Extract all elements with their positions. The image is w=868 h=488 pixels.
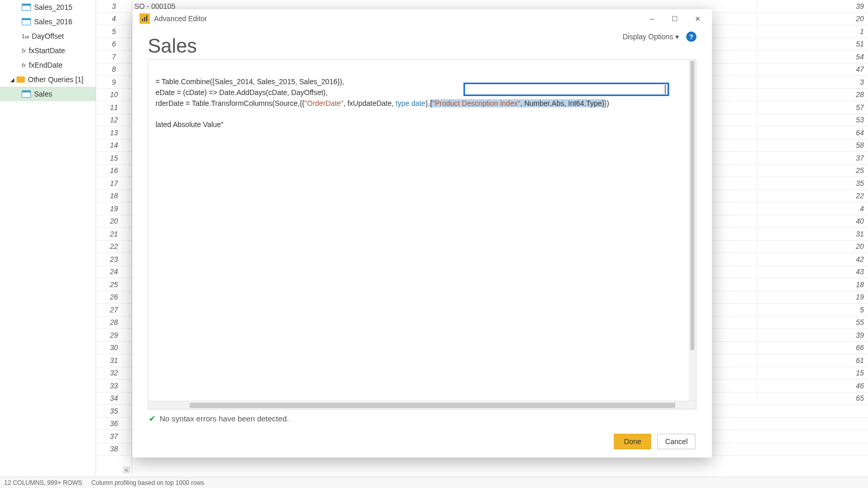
row-number[interactable]: 34 <box>96 392 132 405</box>
value-cell[interactable]: 25 <box>756 165 868 178</box>
row-number[interactable]: 15 <box>96 152 132 165</box>
value-cell[interactable]: 42 <box>756 253 868 266</box>
row-number[interactable]: 9 <box>96 76 132 89</box>
row-number[interactable]: 32 <box>96 367 132 380</box>
horizontal-scrollbar[interactable] <box>148 401 696 409</box>
dialog-titlebar[interactable]: Advanced Editor ─ ☐ ✕ <box>132 9 712 28</box>
value-cell[interactable]: 40 <box>756 215 868 228</box>
row-number[interactable]: 3 <box>96 0 132 13</box>
close-button[interactable]: ✕ <box>686 10 709 27</box>
code-editor[interactable]: = Table.Combine({Sales_2014, Sales_2015,… <box>148 59 696 410</box>
query-name-heading: Sales <box>148 35 696 57</box>
row-number[interactable]: 30 <box>96 342 132 355</box>
value-cell[interactable]: 39 <box>756 0 868 13</box>
value-cell[interactable]: 57 <box>756 101 868 114</box>
row-number[interactable]: 24 <box>96 266 132 279</box>
row-number[interactable]: 8 <box>96 64 132 76</box>
maximize-button[interactable]: ☐ <box>663 10 686 27</box>
check-icon: ✔ <box>149 414 156 423</box>
value-cell[interactable]: 58 <box>756 139 868 152</box>
syntax-message: No syntax errors have been detected. <box>160 414 289 423</box>
row-number[interactable]: 16 <box>96 165 132 178</box>
value-cell[interactable]: 51 <box>756 38 868 51</box>
row-number[interactable]: 12 <box>96 114 132 127</box>
value-cell[interactable]: 39 <box>756 329 868 342</box>
value-cell[interactable]: 20 <box>756 241 868 254</box>
row-number[interactable]: 37 <box>96 430 132 443</box>
query-item-selected[interactable]: Sales <box>0 87 96 101</box>
query-item[interactable]: fxEndDate <box>0 58 96 72</box>
row-number[interactable]: 20 <box>96 215 132 228</box>
value-cell[interactable]: 3 <box>756 76 868 89</box>
query-item[interactable]: fxStartDate <box>0 43 96 58</box>
value-cell[interactable]: 1 <box>756 25 868 38</box>
value-cell[interactable]: 20 <box>756 13 868 26</box>
group-label: Other Queries [1] <box>28 75 83 84</box>
row-number[interactable]: 10 <box>96 89 132 102</box>
row-number[interactable]: 19 <box>96 202 132 215</box>
value-cell[interactable]: 5 <box>756 304 868 317</box>
scroll-left-button[interactable]: < <box>123 466 130 474</box>
query-item[interactable]: Sales_2015 <box>0 0 96 14</box>
status-bar: 12 COLUMNS, 999+ ROWS Column profiling b… <box>0 477 868 488</box>
value-cell[interactable]: 31 <box>756 228 868 241</box>
display-options-dropdown[interactable]: Display Options ▾ <box>623 33 679 41</box>
row-number[interactable]: 7 <box>96 51 132 64</box>
row-number[interactable]: 25 <box>96 278 132 291</box>
row-number[interactable]: 36 <box>96 418 132 431</box>
row-number[interactable]: 35 <box>96 405 132 418</box>
row-number[interactable]: 22 <box>96 241 132 254</box>
row-number[interactable]: 21 <box>96 228 132 241</box>
minimize-button[interactable]: ─ <box>641 10 663 27</box>
row-number[interactable]: 23 <box>96 253 132 266</box>
cancel-button[interactable]: Cancel <box>657 434 695 449</box>
value-cell[interactable]: 4 <box>756 202 868 215</box>
value-cell[interactable]: 61 <box>756 354 868 367</box>
value-cell[interactable]: 22 <box>756 190 868 203</box>
vertical-scrollbar[interactable] <box>689 60 696 401</box>
row-number[interactable]: 11 <box>96 101 132 114</box>
value-cell[interactable]: 46 <box>756 380 868 392</box>
selection-highlight <box>463 83 669 96</box>
value-cell[interactable]: 54 <box>756 51 868 64</box>
svg-rect-0 <box>142 19 143 21</box>
row-number[interactable]: 33 <box>96 380 132 392</box>
value-cell[interactable]: 53 <box>756 114 868 127</box>
row-number[interactable]: 38 <box>96 443 132 456</box>
folder-icon <box>17 76 25 83</box>
row-number[interactable]: 4 <box>96 13 132 26</box>
value-cell[interactable]: 18 <box>756 278 868 291</box>
value-cell[interactable]: 64 <box>756 127 868 139</box>
dialog-title: Advanced Editor <box>154 14 207 23</box>
value-cell[interactable]: 47 <box>756 64 868 76</box>
advanced-editor-dialog: Advanced Editor ─ ☐ ✕ Sales Display Opti… <box>132 9 712 458</box>
query-group[interactable]: ◢ Other Queries [1] <box>0 72 96 87</box>
row-number[interactable]: 26 <box>96 291 132 304</box>
row-number[interactable]: 28 <box>96 317 132 329</box>
query-item[interactable]: Sales_2016 <box>0 14 96 29</box>
row-number[interactable]: 18 <box>96 190 132 203</box>
row-number[interactable]: 6 <box>96 38 132 51</box>
powerbi-icon <box>140 13 150 24</box>
value-cell[interactable]: 19 <box>756 291 868 304</box>
value-cell[interactable]: 43 <box>756 266 868 279</box>
row-number[interactable]: 5 <box>96 25 132 38</box>
row-number[interactable]: 27 <box>96 304 132 317</box>
row-number[interactable]: 17 <box>96 177 132 190</box>
value-cell[interactable]: 65 <box>756 392 868 405</box>
query-item[interactable]: DayOffset <box>0 29 96 43</box>
value-cell[interactable]: 55 <box>756 317 868 329</box>
value-cell[interactable]: 28 <box>756 89 868 102</box>
row-number[interactable]: 14 <box>96 139 132 152</box>
value-cell[interactable]: 66 <box>756 342 868 355</box>
row-number[interactable]: 31 <box>96 354 132 367</box>
row-number[interactable]: 13 <box>96 127 132 139</box>
value-cell[interactable]: 35 <box>756 177 868 190</box>
help-icon[interactable]: ? <box>686 32 696 42</box>
done-button[interactable]: Done <box>614 434 651 449</box>
value-cell[interactable]: 37 <box>756 152 868 165</box>
row-number[interactable]: 29 <box>96 329 132 342</box>
right-value-column: 3920151544732857536458372535224403120424… <box>756 0 868 405</box>
queries-sidebar: Sales_2015 Sales_2016 DayOffset fxStartD… <box>0 0 96 488</box>
value-cell[interactable]: 15 <box>756 367 868 380</box>
